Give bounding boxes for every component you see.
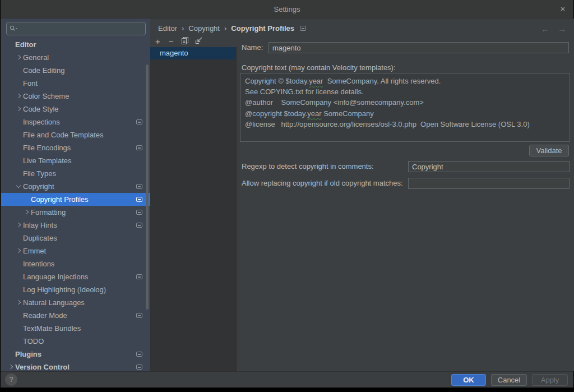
regexp-input[interactable] xyxy=(408,161,570,172)
chevron-spacer xyxy=(8,348,15,361)
title-bar[interactable]: Settings × xyxy=(1,0,573,19)
cancel-button[interactable]: Cancel xyxy=(491,374,527,386)
sidebar-item-intentions[interactable]: Intentions xyxy=(1,257,150,270)
sidebar-item-label: TODO xyxy=(23,337,44,345)
sidebar-item-emmet[interactable]: Emmet xyxy=(1,245,150,257)
chevron-spacer xyxy=(16,167,23,180)
sidebar-item-version-control[interactable]: Version Control xyxy=(1,361,150,371)
copyright-line: @copyright $today.year SomeCompany xyxy=(245,108,565,119)
screen-badge-icon xyxy=(300,26,306,31)
remove-profile-button[interactable]: − xyxy=(168,36,175,47)
chevron-spacer xyxy=(16,335,23,348)
sidebar-item-textmate-bundles[interactable]: TextMate Bundles xyxy=(1,322,150,335)
breadcrumb-separator: › xyxy=(182,24,184,33)
import-profile-icon[interactable] xyxy=(195,36,203,47)
search-icon xyxy=(10,25,18,32)
name-input[interactable] xyxy=(269,42,569,53)
chevron-right-icon[interactable] xyxy=(16,103,23,116)
chevron-spacer xyxy=(16,141,23,154)
sidebar-item-label: Duplicates xyxy=(23,234,57,242)
sidebar-item-live-templates[interactable]: Live Templates xyxy=(1,154,150,167)
settings-dialog: Settings × Editor General Code Editing F… xyxy=(0,0,574,388)
chevron-right-icon[interactable] xyxy=(8,361,15,371)
chevron-right-icon[interactable] xyxy=(24,206,31,219)
ok-button[interactable]: OK xyxy=(451,374,486,386)
breadcrumb-separator: › xyxy=(224,24,226,33)
sidebar-item-formatting[interactable]: Formatting xyxy=(1,206,150,219)
chevron-spacer xyxy=(16,64,23,77)
dialog-title: Settings xyxy=(274,5,300,13)
chevron-right-icon[interactable] xyxy=(16,296,23,309)
screen-badge-icon xyxy=(136,313,142,318)
breadcrumb-item[interactable]: Copyright xyxy=(188,24,220,33)
chevron-spacer xyxy=(24,193,31,206)
chevron-down-icon[interactable] xyxy=(16,180,23,193)
chevron-right-icon[interactable] xyxy=(16,219,23,232)
sidebar-item-log-highlighting[interactable]: Log Highlighting (Ideolog) xyxy=(1,283,150,296)
history-nav: ← → xyxy=(541,24,566,34)
settings-tree: Editor General Code Editing Font Color S… xyxy=(1,38,150,371)
dialog-footer: ? OK Cancel Apply xyxy=(1,371,573,388)
sidebar-item-color-scheme[interactable]: Color Scheme xyxy=(1,90,150,103)
copy-profile-icon[interactable] xyxy=(181,36,189,47)
sidebar-item-duplicates[interactable]: Duplicates xyxy=(1,232,150,245)
chevron-spacer xyxy=(16,270,23,283)
sidebar-item-file-types[interactable]: File Types xyxy=(1,167,150,180)
sidebar-item-inlay-hints[interactable]: Inlay Hints xyxy=(1,219,150,232)
sidebar-item-label: Natural Languages xyxy=(23,298,85,307)
allow-replace-label: Allow replacing copyright if old copyrig… xyxy=(242,178,403,189)
forward-icon[interactable]: → xyxy=(558,24,566,34)
sidebar-item-code-editing[interactable]: Code Editing xyxy=(1,64,150,77)
settings-search-box[interactable] xyxy=(6,22,146,35)
regexp-label: Regexp to detect copyright in comments: xyxy=(242,161,374,172)
sidebar-item-file-encodings[interactable]: File Encodings xyxy=(1,141,150,154)
sidebar-item-copyright-profiles[interactable]: Copyright Profiles xyxy=(1,193,150,206)
copyright-text-area[interactable]: Copyright © $today.year SomeCompany. All… xyxy=(240,73,570,142)
sidebar-item-code-style[interactable]: Code Style xyxy=(1,103,150,116)
copyright-line: @license http://opensource.org/licenses/… xyxy=(245,119,565,130)
copyright-line: See COPYING.txt for license details. xyxy=(245,86,565,97)
sidebar-item-reader-mode[interactable]: Reader Mode xyxy=(1,309,150,322)
sidebar-item-language-injections[interactable]: Language Injections xyxy=(1,270,150,283)
settings-sidebar: Editor General Code Editing Font Color S… xyxy=(1,19,150,371)
chevron-spacer xyxy=(8,38,15,51)
sidebar-item-plugins[interactable]: Plugins xyxy=(1,348,150,361)
sidebar-item-label: Live Templates xyxy=(23,156,71,165)
sidebar-item-label: Log Highlighting (Ideolog) xyxy=(23,285,106,294)
sidebar-item-natural-languages[interactable]: Natural Languages xyxy=(1,296,150,309)
sidebar-item-font[interactable]: Font xyxy=(1,77,150,90)
chevron-right-icon[interactable] xyxy=(16,90,23,103)
sidebar-item-label: Copyright Profiles xyxy=(31,195,89,204)
validate-button[interactable]: Validate xyxy=(529,145,569,156)
sidebar-item-todo[interactable]: TODO xyxy=(1,335,150,348)
sidebar-item-label: File Encodings xyxy=(23,144,71,152)
chevron-right-icon[interactable] xyxy=(16,51,23,64)
sidebar-scrollbar[interactable] xyxy=(146,64,149,310)
allow-replace-input[interactable] xyxy=(408,178,570,189)
sidebar-item-general[interactable]: General xyxy=(1,51,150,64)
screen-badge-icon xyxy=(136,197,142,202)
screen-badge-icon xyxy=(136,223,142,228)
sidebar-item-file-and-code-templates[interactable]: File and Code Templates xyxy=(1,128,150,141)
sidebar-item-copyright[interactable]: Copyright xyxy=(1,180,150,193)
chevron-right-icon[interactable] xyxy=(16,245,23,257)
screen-badge-icon xyxy=(136,145,142,150)
sidebar-item-label: Language Injections xyxy=(23,273,88,281)
settings-content: Editor › Copyright › Copyright Profiles … xyxy=(150,19,574,371)
close-icon[interactable]: × xyxy=(558,4,568,14)
sidebar-item-editor[interactable]: Editor xyxy=(1,38,150,51)
breadcrumb-item[interactable]: Editor xyxy=(158,24,177,33)
search-input[interactable] xyxy=(20,25,142,33)
add-profile-button[interactable]: + xyxy=(154,36,161,47)
chevron-spacer xyxy=(16,309,23,322)
sidebar-item-label: Plugins xyxy=(15,350,41,358)
sidebar-item-label: Intentions xyxy=(23,260,54,268)
sidebar-item-label: TextMate Bundles xyxy=(23,324,81,333)
back-icon[interactable]: ← xyxy=(541,24,549,34)
profile-list-item[interactable]: magento xyxy=(150,47,236,59)
sidebar-item-label: Editor xyxy=(15,40,36,49)
help-button[interactable]: ? xyxy=(5,373,17,386)
sidebar-item-label: File Types xyxy=(23,169,56,178)
copyright-text-label: Copyright text (may contain Velocity tem… xyxy=(242,62,396,73)
sidebar-item-inspections[interactable]: Inspections xyxy=(1,116,150,128)
